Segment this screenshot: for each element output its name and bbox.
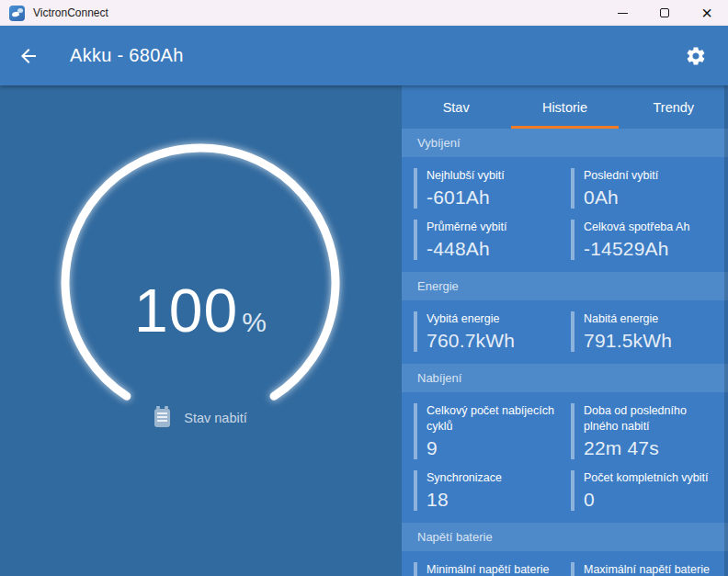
soc-gauge-panel: 100% Stav nabití [0, 85, 402, 576]
section-vybijeni: Vybíjení Nejhlubší vybití -601Ah Posledn… [402, 129, 728, 272]
stat-label: Celkový počet nabíjecích cyklů [427, 403, 562, 435]
stat-item: Nejhlubší vybití -601Ah [414, 168, 562, 209]
settings-button[interactable] [682, 42, 710, 70]
stat-value: 0 [584, 489, 719, 511]
stat-item: Vybitá energie 760.7kWh [414, 311, 562, 352]
back-arrow-icon [17, 45, 40, 67]
stat-item: Průměrné vybití -448Ah [414, 220, 562, 260]
app-window: VictronConnect × Akku - 680Ah [0, 0, 728, 576]
section-nabijeni: Nabíjení Celkový počet nabíjecích cyklů … [402, 364, 728, 523]
soc-unit: % [242, 307, 267, 337]
stat-value: 760.7kWh [427, 330, 562, 352]
soc-number: 100 [134, 277, 238, 344]
minimize-button[interactable] [601, 0, 643, 26]
section-title: Vybíjení [402, 129, 728, 157]
section-body: Nejhlubší vybití -601Ah Poslední vybití … [402, 157, 728, 272]
section-body: Minimální napětí baterie 47.36V Maximáln… [402, 551, 728, 576]
gauge-caption: Stav nabití [0, 409, 402, 427]
stat-value: 18 [427, 489, 562, 511]
page-title: Akku - 680Ah [70, 45, 184, 66]
maximize-icon [660, 8, 669, 17]
stat-value: 22m 47s [584, 437, 719, 459]
stat-value: -448Ah [427, 238, 562, 260]
stat-item: Nabitá energie 791.5kWh [571, 311, 719, 352]
stat-label: Celková spotřeba Ah [584, 220, 719, 235]
section-napeti-baterie: Napětí baterie Minimální napětí baterie … [402, 523, 728, 576]
section-body: Vybitá energie 760.7kWh Nabitá energie 7… [402, 300, 728, 364]
back-button[interactable] [15, 42, 42, 70]
stat-item: Poslední vybití 0Ah [571, 168, 719, 209]
stat-item: Celková spotřeba Ah -14529Ah [571, 220, 719, 260]
stat-label: Průměrné vybití [427, 220, 562, 235]
tab-stav[interactable]: Stav [402, 85, 510, 129]
section-body: Celkový počet nabíjecích cyklů 9 Doba od… [402, 392, 728, 523]
section-title: Napětí baterie [402, 523, 728, 551]
stat-label: Maximální napětí baterie [584, 562, 719, 576]
stat-label: Synchronizace [427, 470, 562, 486]
window-controls: × [601, 0, 728, 26]
stat-value: 9 [427, 437, 562, 459]
soc-value: 100% [0, 280, 402, 341]
stat-item: Doba od posledního plného nabití 22m 47s [571, 403, 719, 459]
titlebar: VictronConnect × [0, 0, 728, 26]
battery-icon [154, 409, 170, 427]
stat-item: Minimální napětí baterie 47.36V [414, 562, 562, 576]
stat-value: -14529Ah [584, 238, 719, 260]
stat-item: Počet kompletních vybití 0 [571, 470, 719, 511]
stat-value: -601Ah [427, 186, 562, 209]
tab-historie[interactable]: Historie [510, 85, 619, 129]
stat-label: Minimální napětí baterie [427, 562, 562, 576]
stat-item: Maximální napětí baterie 55.46V [571, 562, 719, 576]
section-title: Nabíjení [402, 364, 728, 392]
section-title: Energie [402, 272, 728, 300]
minimize-icon [618, 13, 628, 14]
section-energie: Energie Vybitá energie 760.7kWh Nabitá e… [402, 272, 728, 364]
stat-item: Synchronizace 18 [414, 470, 562, 511]
gear-icon [685, 45, 707, 67]
stat-label: Nejhlubší vybití [427, 168, 562, 184]
stat-item: Celkový počet nabíjecích cyklů 9 [414, 403, 562, 459]
app-logo-icon [9, 6, 25, 21]
tab-bar: Stav Historie Trendy [402, 85, 728, 129]
stat-label: Poslední vybití [584, 168, 719, 184]
window-title: VictronConnect [33, 6, 108, 19]
scrollbar[interactable] [724, 85, 728, 576]
history-panel: Stav Historie Trendy Vybíjení Nejhlubší … [402, 85, 728, 576]
close-icon: × [701, 5, 712, 21]
gauge-caption-label: Stav nabití [184, 411, 247, 425]
tab-trendy[interactable]: Trendy [620, 85, 728, 129]
content: 100% Stav nabití Stav Historie Trendy Vy… [0, 85, 728, 576]
stat-value: 791.5kWh [584, 330, 719, 352]
stat-label: Vybitá energie [427, 311, 562, 327]
stat-value: 0Ah [584, 186, 719, 209]
close-button[interactable]: × [686, 0, 728, 26]
maximize-button[interactable] [643, 0, 686, 26]
stat-label: Počet kompletních vybití [584, 470, 719, 486]
appbar: Akku - 680Ah [0, 26, 728, 85]
stat-label: Doba od posledního plného nabití [584, 403, 719, 435]
stat-label: Nabitá energie [584, 311, 719, 327]
